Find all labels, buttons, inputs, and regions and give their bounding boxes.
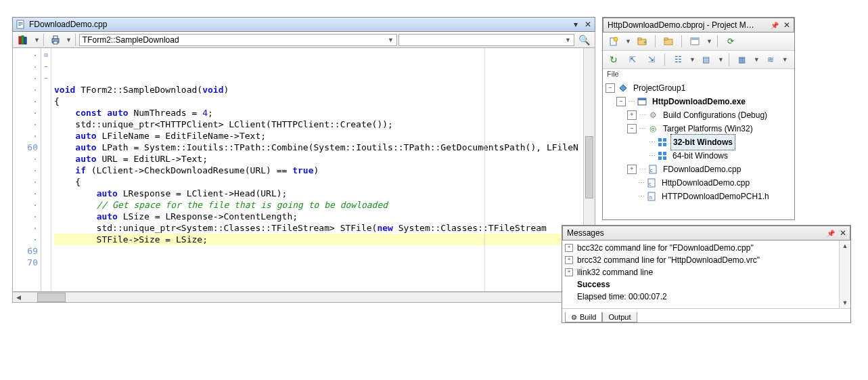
close-button[interactable]: ✕ [838,228,848,238]
tree-connector: ⋯ [639,108,646,122]
message-expander[interactable]: + [565,268,573,276]
message-line[interactable]: +ilink32 command line [565,266,836,278]
collapse-icon[interactable]: ⇲ [643,53,660,66]
close-tab-button[interactable]: ✕ [583,19,593,30]
tree-item[interactable]: ⋯cHttpDownloadDemo.cpp [604,176,793,190]
tree-item[interactable]: −ProjectGroup1 [604,81,793,95]
code-line[interactable]: auto LSize = LResponse->ContentLength; [54,211,583,222]
tree-item[interactable]: +⋯⚙Build Configurations (Debug) [604,108,793,122]
chevron-down-icon[interactable]: ▼ [34,37,40,43]
messages-tab-build[interactable]: ⚙Build [565,312,602,322]
scroll-left-arrow[interactable]: ◀ [13,294,24,301]
code-line[interactable]: std::unique_ptr<THTTPClient> LClient(THT… [54,119,583,130]
code-editor[interactable]: ········60········6970 ⊟−− void TForm2::… [12,48,595,292]
message-expander[interactable]: + [565,256,573,264]
tree-item[interactable]: −⋯HttpDownloadDemo.exe [604,95,793,108]
refresh-icon[interactable]: ↻ [606,53,622,66]
books-icon[interactable] [16,33,32,47]
filter-icon[interactable]: ▤ [698,53,714,66]
chevron-down-icon[interactable]: ▼ [706,38,712,45]
expand-icon[interactable]: ⇱ [624,53,641,66]
fold-gutter[interactable]: ⊟−− [41,48,51,291]
code-line[interactable]: { [54,176,583,188]
message-expander[interactable]: + [565,244,573,252]
tree-expander[interactable]: − [627,124,637,133]
line-number: · [14,176,38,188]
new-icon[interactable] [606,35,622,48]
add-folder-icon[interactable]: + [634,35,650,48]
folder-icon[interactable] [660,35,677,48]
dropdown-button[interactable]: ▾ [570,19,581,30]
chevron-down-icon[interactable]: ▼ [66,37,72,43]
tree-item[interactable]: ⋯64-bit Windows [604,149,793,163]
code-line[interactable]: { [54,96,583,107]
line-number: · [14,153,38,165]
list-icon[interactable]: ☷ [670,53,686,66]
line-number: · [14,130,38,142]
messages-tab-output[interactable]: Output [602,312,637,322]
message-line[interactable]: Elapsed time: 00:00:07.2 [565,291,836,303]
gear-icon: ⚙ [571,314,577,321]
message-line[interactable]: +brcc32 command line for "HttpDownloadDe… [565,254,836,266]
view-icon[interactable] [687,35,703,48]
fold-line-icon[interactable]: − [41,61,51,72]
code-line[interactable]: // Get space for the file that is going … [54,199,583,211]
tree-expander[interactable]: + [627,110,637,120]
code-line[interactable]: if (LClient->CheckDownloadResume(URL) ==… [54,165,583,176]
tree-item[interactable]: +⋯cFDownloadDemo.cpp [604,163,793,176]
chevron-down-icon[interactable]: ▼ [625,38,631,45]
scroll-down-arrow[interactable]: ▼ [840,297,850,308]
code-line[interactable]: STFile->Size = LSize; [54,234,583,245]
chevron-down-icon: ▼ [565,37,571,43]
code-line[interactable]: const auto NumThreads = 4; [54,107,583,119]
scrollbar-thumb[interactable] [37,293,66,302]
svg-text:c: c [649,182,652,186]
chevron-down-icon[interactable]: ▼ [782,56,788,63]
message-line[interactable]: Success [565,278,836,291]
fold-line-icon[interactable]: − [41,72,51,84]
chevron-down-icon[interactable]: ▼ [689,56,695,63]
svg-rect-22 [658,138,662,142]
message-line[interactable]: +bcc32c command line for "FDownloadDemo.… [565,242,836,254]
scroll-up-arrow[interactable]: ▲ [840,240,850,251]
svg-rect-4 [19,37,21,44]
tree-connector: ⋯ [639,122,646,135]
print-icon[interactable] [47,33,64,47]
code-area[interactable]: void TForm2::SampleDownload(void){ const… [51,48,583,291]
fold-box-icon[interactable]: ⊟ [41,49,51,61]
sync-icon[interactable]: ⟳ [723,35,739,48]
separator [75,34,76,46]
project-tree[interactable]: −ProjectGroup1−⋯HttpDownloadDemo.exe+⋯⚙B… [603,79,794,206]
tree-expander[interactable]: + [627,165,637,174]
chevron-down-icon[interactable]: ▼ [754,56,760,63]
messages-titlebar: Messages 📌 ✕ [562,226,850,240]
tree-item[interactable]: −⋯◎Target Platforms (Win32) [604,122,793,135]
secondary-combo[interactable]: ▼ [398,34,574,46]
horizontal-scrollbar[interactable]: ◀ [12,292,595,303]
code-line[interactable]: auto URL = EditURL->Text; [54,153,583,165]
close-button[interactable]: ✕ [781,20,792,30]
code-line[interactable]: std::unique_ptr<System::Classes::TFileSt… [54,222,583,234]
stack-icon[interactable]: ≋ [762,53,779,66]
tree-item[interactable]: ⋯hHTTPDownloadDemoPCH1.h [604,190,793,203]
layers-icon[interactable]: ▦ [734,53,750,66]
search-icon[interactable]: 🔍 [576,33,592,47]
method-navigator-combo[interactable]: TForm2::SampleDownload ▼ [79,34,397,46]
pin-icon[interactable]: 📌 [825,228,836,238]
svg-marker-19 [620,85,626,91]
code-line[interactable]: auto LPath = System::Ioutils::TPath::Com… [54,142,583,153]
tree-expander[interactable]: − [606,83,615,93]
code-line[interactable]: auto LResponse = LClient->Head(URL); [54,188,583,199]
svg-text:c: c [650,168,653,173]
code-line[interactable]: auto LFileName = EditFileName->Text; [54,130,583,142]
tree-expander[interactable]: − [616,97,626,106]
tree-connector: ⋯ [639,163,646,176]
tree-item-label: FDownloadDemo.cpp [661,162,743,177]
line-number: · [14,165,38,176]
chevron-down-icon[interactable]: ▼ [718,56,724,63]
pin-icon[interactable]: 📌 [769,20,780,30]
messages-scrollbar[interactable]: ▲ ▼ [839,240,850,308]
tree-item[interactable]: ⋯32-bit Windows [604,135,793,149]
messages-list[interactable]: +bcc32c command line for "FDownloadDemo.… [562,240,839,308]
code-line[interactable]: void TForm2::SampleDownload(void) [54,84,583,96]
